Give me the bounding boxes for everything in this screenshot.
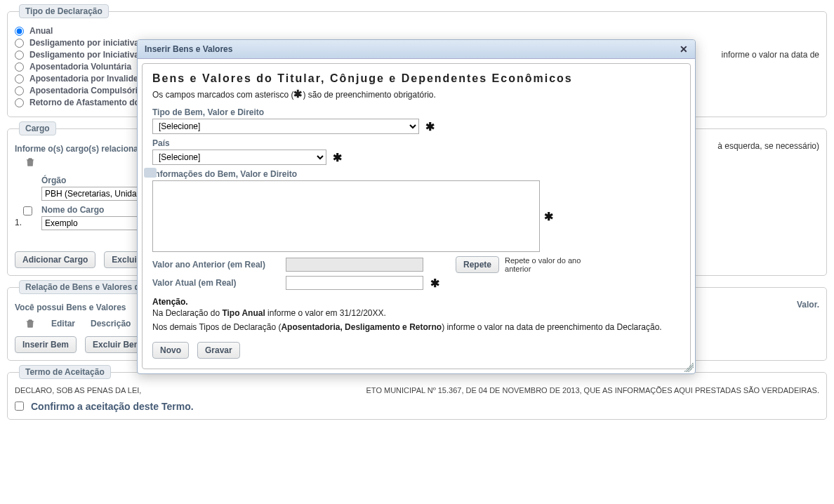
bens-valor-label: Valor. <box>797 300 819 314</box>
row-index: 1. <box>15 218 27 227</box>
pais-label: País <box>152 138 680 148</box>
tipo-bem-select[interactable]: [Selecione] <box>152 119 419 134</box>
tipo-declaracao-legend: Tipo de Declaração <box>19 4 109 18</box>
bens-question: Você possui Bens e Valores <box>15 303 126 312</box>
radio-apos-comp-label: Aposentadoria Compulsória <box>29 86 143 95</box>
termo-confirm-checkbox[interactable] <box>15 402 24 411</box>
radio-apos-inv-label: Aposentadoria por Invalidez <box>29 74 143 84</box>
orgao-input[interactable] <box>41 187 147 201</box>
novo-button[interactable]: Novo <box>152 342 189 359</box>
info-textarea[interactable] <box>152 180 540 252</box>
termo-text: DECLARO, SOB AS PENAS DA LEI, ETO MUNICI… <box>15 385 819 397</box>
close-icon[interactable]: ✕ <box>680 44 688 55</box>
hint-right: informe o valor na data de <box>722 50 819 60</box>
trash-icon[interactable] <box>25 318 36 329</box>
scroll-thumb[interactable] <box>144 168 157 178</box>
radio-apos-comp[interactable] <box>15 86 24 95</box>
pais-select[interactable]: [Selecione] <box>152 150 326 165</box>
radio-deslig-propria[interactable] <box>15 39 24 48</box>
modal-subheading: Os campos marcados com asterisco (✱) são… <box>152 88 680 100</box>
cargo-row-checkbox[interactable] <box>23 206 32 215</box>
adicionar-cargo-button[interactable]: Adicionar Cargo <box>15 251 95 268</box>
inserir-bens-modal: Inserir Bens e Valores ✕ Bens e Valores … <box>137 39 696 374</box>
valor-atual-label: Valor Atual (em Real) <box>152 278 280 288</box>
radio-anual-label: Anual <box>29 26 53 36</box>
valor-anterior-input[interactable] <box>286 258 423 272</box>
termo-confirm-label: Confirmo a aceitação deste Termo. <box>31 401 194 412</box>
modal-body: Bens e Valores do Titular, Cônjuge e Dep… <box>142 63 691 369</box>
repete-button[interactable]: Repete <box>456 256 499 273</box>
trash-icon[interactable] <box>25 157 36 168</box>
radio-apos-inv[interactable] <box>15 74 24 84</box>
cargo-helper: Informe o(s) cargo(s) relacionados <box>15 144 153 154</box>
repete-hint: Repete o valor do ano anterior <box>505 256 582 273</box>
termo-legend: Termo de Aceitação <box>19 365 111 379</box>
radio-deslig-adm[interactable] <box>15 51 24 60</box>
info-label: Informações do Bem, Valor e Direito <box>152 169 680 179</box>
radio-anual[interactable] <box>15 27 24 36</box>
radio-deslig-adm-label: Desligamento por Iniciativa da Administr… <box>29 50 142 60</box>
orgao-label: Órgão <box>41 175 147 185</box>
asterisk-icon: ✱ <box>425 121 435 133</box>
asterisk-icon: ✱ <box>333 152 342 164</box>
valor-anterior-label: Valor ano Anterior (em Real) <box>152 260 280 270</box>
atencao-heading: Atenção. <box>152 297 680 307</box>
asterisk-icon: ✱ <box>430 277 439 290</box>
atencao-line2: Nos demais Tipos de Declaração (Aposenta… <box>152 322 680 332</box>
col-editar: Editar <box>51 319 75 329</box>
inserir-bem-button[interactable]: Inserir Bem <box>15 336 77 353</box>
modal-heading: Bens e Valores do Titular, Cônjuge e Dep… <box>152 72 680 85</box>
asterisk-icon: ✱ <box>544 210 553 223</box>
radio-retorno[interactable] <box>15 98 24 107</box>
modal-title: Inserir Bens e Valores <box>145 44 232 54</box>
gravar-button[interactable]: Gravar <box>197 342 240 359</box>
resize-handle[interactable] <box>684 362 694 372</box>
nome-cargo-label: Nome do Cargo <box>41 205 147 215</box>
radio-apos-vol-label: Aposentadoria Voluntária <box>29 62 131 72</box>
nome-cargo-input[interactable] <box>41 216 147 230</box>
atencao-line1: Na Declaração do Tipo Anual informe o va… <box>152 308 680 318</box>
tipo-bem-label: Tipo de Bem, Valor e Direito <box>152 107 680 117</box>
col-descricao: Descrição <box>91 319 131 329</box>
cargo-legend: Cargo <box>19 121 56 135</box>
cargo-hint-right: à esquerda, se necessário) <box>717 141 819 155</box>
valor-atual-input[interactable] <box>286 276 423 290</box>
modal-titlebar[interactable]: Inserir Bens e Valores ✕ <box>138 40 695 59</box>
radio-apos-vol[interactable] <box>15 62 24 72</box>
